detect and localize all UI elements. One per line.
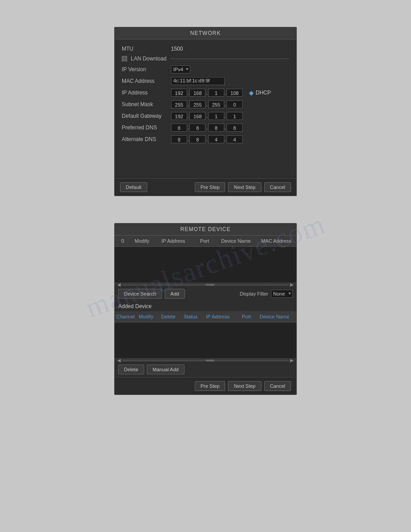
scroll-left-arrow[interactable]: ◀ <box>116 282 122 287</box>
network-next-step-button[interactable]: Next Step <box>228 182 261 192</box>
subnet-mask-group: 255 . 255 . 255 . 0 <box>171 100 243 108</box>
remote-next-step-button[interactable]: Next Step <box>228 381 261 391</box>
subnet-mask-label: Subnet Mask <box>122 101 171 107</box>
bottom-table-body <box>115 322 296 358</box>
mac-address-value: 4c:11:bf:1c:d9:9f <box>171 77 225 85</box>
top-table-section: 0 Modify IP Address Port Device Name MAC… <box>115 236 296 286</box>
network-cancel-button[interactable]: Cancel <box>264 182 291 192</box>
bottom-table-header: Channel Modify Delete Status IP Address … <box>115 311 296 322</box>
bottom-table-section: Channel Modify Delete Status IP Address … <box>115 311 296 362</box>
delete-button[interactable]: Delete <box>118 365 144 374</box>
ip-version-select-wrapper[interactable]: IPv4 IPv6 <box>171 65 190 73</box>
subnet-octet-1[interactable]: 255 <box>171 100 187 108</box>
remote-cancel-button[interactable]: Cancel <box>264 381 291 391</box>
dhcp-icon: ◆ <box>249 89 254 96</box>
page-wrapper: NETWORK MTU 1500 LAN Download IP Version… <box>0 0 411 422</box>
gw-octet-2[interactable]: 168 <box>189 112 206 120</box>
remote-device-title: REMOTE DEVICE <box>115 223 296 236</box>
network-default-button[interactable]: Default <box>120 182 147 192</box>
bottom-scrollbar-track[interactable] <box>122 360 289 361</box>
alternate-dns-row: Alternate DNS 8 . 8 . 4 . 4 <box>122 135 289 143</box>
remote-device-panel: REMOTE DEVICE 0 Modify IP Address Port D… <box>114 223 297 395</box>
top-table-scrollbar[interactable]: ◀ ▶ <box>115 283 296 286</box>
network-pre-step-button[interactable]: Pre Step <box>195 182 226 192</box>
filter-select-wrapper[interactable]: None <box>271 290 293 298</box>
gw-octet-4[interactable]: 1 <box>227 112 243 120</box>
ip-octet-1[interactable]: 192 <box>171 89 187 97</box>
network-nav-buttons: Pre Step Next Step Cancel <box>195 182 291 192</box>
adns-octet-4[interactable]: 4 <box>227 135 243 143</box>
bottom-scrollbar-thumb[interactable] <box>206 360 214 361</box>
mtu-row: MTU 1500 <box>122 46 289 52</box>
lan-download-label: LAN Download <box>131 56 167 62</box>
remote-toolbar: Device Search Add Display Filter None <box>115 286 296 301</box>
alternate-dns-group: 8 . 8 . 4 . 4 <box>171 135 243 143</box>
ip-version-row: IP Version IPv4 IPv6 <box>122 65 289 73</box>
th-port: Port <box>193 237 216 245</box>
scrollbar-track[interactable] <box>122 284 289 286</box>
gw-octet-3[interactable]: 1 <box>208 112 224 120</box>
mac-address-row: MAC Address 4c:11:bf:1c:d9:9f <box>122 77 289 85</box>
mac-address-label: MAC Address <box>122 78 171 84</box>
bth-channel: Channel <box>115 313 137 320</box>
subnet-octet-4[interactable]: 0 <box>227 100 243 108</box>
remote-panel-footer: Pre Step Next Step Cancel <box>115 377 296 395</box>
ip-version-select[interactable]: IPv4 IPv6 <box>171 65 190 73</box>
scroll-right-arrow[interactable]: ▶ <box>289 282 295 287</box>
ip-octet-4[interactable]: 108 <box>227 89 243 97</box>
network-spacer <box>122 147 289 174</box>
lan-download-row: LAN Download <box>122 56 289 62</box>
toolbar-right: Display Filter None <box>240 290 293 298</box>
gw-octet-1[interactable]: 192 <box>171 112 187 120</box>
subnet-octet-3[interactable]: 255 <box>208 100 224 108</box>
pdns-octet-2[interactable]: 8 <box>189 124 206 132</box>
adns-octet-1[interactable]: 8 <box>171 135 187 143</box>
lan-download-checkbox[interactable] <box>122 56 127 61</box>
mtu-value: 1500 <box>171 46 183 52</box>
bottom-table-scrollbar[interactable]: ◀ ▶ <box>115 358 296 362</box>
dhcp-area: ◆ DHCP <box>249 89 271 96</box>
pdns-octet-4[interactable]: 8 <box>227 124 243 132</box>
th-mac: MAC Address <box>256 237 296 245</box>
preferred-dns-group: 8 . 8 . 8 . 8 <box>171 124 243 132</box>
preferred-dns-row: Preferred DNS 8 . 8 . 8 . 8 <box>122 124 289 132</box>
bth-port: Port <box>240 313 258 320</box>
network-panel: NETWORK MTU 1500 LAN Download IP Version… <box>114 27 297 196</box>
top-table-header: 0 Modify IP Address Port Device Name MAC… <box>115 236 296 247</box>
network-footer: Default Pre Step Next Step Cancel <box>115 178 296 196</box>
remote-nav-buttons: Pre Step Next Step Cancel <box>195 381 291 391</box>
separator-line <box>170 59 289 59</box>
adns-octet-3[interactable]: 4 <box>208 135 224 143</box>
subnet-octet-2[interactable]: 255 <box>189 100 206 108</box>
adns-octet-2[interactable]: 8 <box>189 135 206 143</box>
filter-select[interactable]: None <box>271 290 293 298</box>
pdns-octet-3[interactable]: 8 <box>208 124 224 132</box>
manual-add-button[interactable]: Manual Add <box>147 365 184 374</box>
alternate-dns-label: Alternate DNS <box>122 136 171 142</box>
device-search-button[interactable]: Device Search <box>118 289 162 299</box>
add-button[interactable]: Add <box>165 289 185 299</box>
ip-octet-2[interactable]: 168 <box>189 89 206 97</box>
bottom-scroll-left-arrow[interactable]: ◀ <box>116 358 122 363</box>
bottom-scroll-right-arrow[interactable]: ▶ <box>289 358 295 363</box>
ip-address-row: IP Address 192 . 168 . 1 . 108 ◆ DHCP <box>122 89 289 97</box>
bottom-toolbar-left: Delete Manual Add <box>118 365 184 374</box>
ip-octet-3[interactable]: 1 <box>208 89 224 97</box>
default-gateway-group: 192 . 168 . 1 . 1 <box>171 112 243 120</box>
bth-delete: Delete <box>159 313 182 320</box>
bth-modify: Modify <box>137 313 159 320</box>
th-devname: Device Name <box>216 237 256 245</box>
th-modify: Modify <box>131 237 153 245</box>
remote-pre-step-button[interactable]: Pre Step <box>195 381 226 391</box>
bth-devname: Device Name <box>258 313 294 320</box>
bottom-toolbar: Delete Manual Add <box>115 362 296 377</box>
ip-version-label: IP Version <box>122 66 171 73</box>
pdns-octet-1[interactable]: 8 <box>171 124 187 132</box>
ip-address-group: 192 . 168 . 1 . 108 <box>171 89 243 97</box>
bth-ip: IP Address <box>204 313 240 320</box>
added-device-label: Added Device <box>115 301 296 311</box>
mtu-label: MTU <box>122 46 171 52</box>
scrollbar-thumb[interactable] <box>206 284 214 286</box>
subnet-mask-row: Subnet Mask 255 . 255 . 255 . 0 <box>122 100 289 108</box>
th-0: 0 <box>115 237 131 245</box>
